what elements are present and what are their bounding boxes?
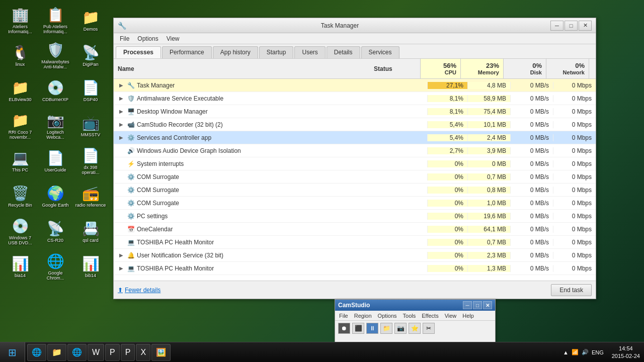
table-row[interactable]: ▶ ⚙️ COM Surrogate 0% 0,7 MB 0 MB/s 0 Mb… — [114, 170, 596, 184]
desktop-icon-qsl-card[interactable]: 📇 qsl card — [73, 214, 108, 249]
table-row[interactable]: ▶ 🔧 Task Manager 27,1% 4,8 MB 0 MB/s 0 M… — [114, 79, 596, 92]
cs-menu-help[interactable]: Help — [460, 312, 476, 319]
tab-startup[interactable]: Startup — [259, 46, 294, 58]
process-name: CamStudio Recorder (32 bit) (2) — [137, 121, 223, 128]
desktop-icon-google-earth[interactable]: 🌍 Google Earth — [38, 178, 73, 214]
process-icon: 🔧 — [127, 81, 135, 89]
taskbar-item-powerpoint[interactable]: P — [105, 344, 120, 361]
minimize-button[interactable]: ─ — [550, 21, 564, 31]
desktop-icon-bia14[interactable]: 📊 bia14 — [3, 249, 38, 284]
desktop-icon-mmsstv[interactable]: 📺 MMSSTV — [73, 108, 108, 143]
cs-menu-view[interactable]: View — [443, 312, 459, 319]
table-row[interactable]: ▶ 🖥️ Desktop Window Manager 8,1% 75,4 MB… — [114, 105, 596, 118]
fewer-details-button[interactable]: ⬆ Fewer details — [118, 287, 160, 294]
menu-view[interactable]: View — [163, 34, 184, 43]
taskbar-item-excel[interactable]: X — [136, 344, 150, 361]
cs-maximize-button[interactable]: □ — [473, 301, 482, 309]
desktop-icon-cs-r20[interactable]: 📡 CS-R20 — [38, 214, 73, 249]
desktop-icon-userguide[interactable]: 📄 UserGuide — [38, 143, 73, 178]
cs-menu-tools[interactable]: Tools — [401, 312, 418, 319]
table-row[interactable]: ▶ ⚙️ COM Surrogate 0% 0,8 MB 0 MB/s 0 Mb… — [114, 184, 596, 197]
desktop-icon-demos[interactable]: 📁 Demos — [73, 3, 108, 38]
desktop-icon-recycle-bin[interactable]: 🗑️ Recycle Bin — [3, 178, 38, 214]
tab-app-history[interactable]: App history — [213, 46, 258, 58]
cs-camera-button[interactable]: 📷 — [394, 323, 407, 334]
cs-minimize-button[interactable]: ─ — [463, 301, 472, 309]
start-button[interactable]: ⊞ — [0, 342, 25, 362]
table-row[interactable]: ▶ 🔔 User Notification Service (32 bit) 0… — [114, 249, 596, 262]
cs-effects-button[interactable]: ⭐ — [409, 323, 421, 334]
desktop-icon-cdburnerxp[interactable]: 💿 CDBurnerXP — [38, 73, 73, 108]
table-row[interactable]: ▶ 🛡️ Antimalware Service Executable 8,1%… — [114, 92, 596, 105]
desktop-icon-dsp40[interactable]: 📄 DSP40 — [73, 73, 108, 108]
desktop-icon-dx398[interactable]: 📄 dx 398 operati... — [73, 143, 108, 178]
desktop-icon-ateliers[interactable]: 🏢 Ateliers Informatiq... — [3, 3, 38, 38]
table-row[interactable]: ▶ ⚡ System interrupts 0% 0 MB 0 MB/s 0 M… — [114, 157, 596, 170]
col-cpu-header[interactable]: 56% CPU — [420, 59, 460, 78]
expand-icon[interactable]: ▶ — [118, 82, 125, 89]
table-row[interactable]: ▶ ⚙️ Services and Controller app 5,4% 2,… — [114, 131, 596, 144]
desktop-icon-pub-ateliers[interactable]: 📋 Pub Ateliers Informatiq... — [38, 3, 73, 38]
table-row[interactable]: ▶ 📹 CamStudio Recorder (32 bit) (2) 5,4%… — [114, 118, 596, 131]
desktop-icon-this-pc[interactable]: 💻 This PC — [3, 143, 38, 178]
cs-menu-effects[interactable]: Effects — [420, 312, 440, 319]
taskbar-item-publisher[interactable]: P — [121, 344, 135, 361]
expand-icon[interactable]: ▶ — [118, 265, 125, 272]
taskbar-item-photo[interactable]: 🖼️ — [151, 344, 171, 361]
process-icon: ⚙️ — [127, 199, 135, 207]
system-clock[interactable]: 14:54 2015-02-24 — [608, 345, 644, 359]
maximize-button[interactable]: □ — [565, 21, 578, 31]
expand-icon[interactable]: ▶ — [118, 95, 125, 102]
expand-icon[interactable]: ▶ — [118, 121, 125, 128]
desktop-icon-bib14[interactable]: 📊 bib14 — [73, 249, 108, 284]
process-table-body[interactable]: ▶ 🔧 Task Manager 27,1% 4,8 MB 0 MB/s 0 M… — [114, 79, 596, 281]
menu-file[interactable]: File — [116, 34, 133, 43]
table-row[interactable]: ▶ 💻 TOSHIBA PC Health Monitor 0% 0,7 MB … — [114, 236, 596, 249]
desktop-icon-digipan[interactable]: 📡 DigiPan — [73, 38, 108, 73]
col-memory-header[interactable]: 23% Memory — [460, 59, 503, 78]
desktop-icon-logitech[interactable]: 📷 Logitech Webca... — [38, 108, 73, 143]
desktop-icon-elbview30[interactable]: 📁 ELBview30 — [3, 73, 38, 108]
tab-performance[interactable]: Performance — [162, 46, 212, 58]
col-network-header[interactable]: 0% Network — [546, 59, 589, 78]
cs-pause-button[interactable]: ⏸ — [366, 323, 378, 334]
expand-icon[interactable]: ▶ — [118, 134, 125, 141]
end-task-button[interactable]: End task — [551, 284, 592, 296]
col-status-header[interactable]: Status — [370, 59, 420, 78]
expand-icon[interactable]: ▶ — [118, 252, 125, 259]
table-row[interactable]: ▶ 🔊 Windows Audio Device Graph Isolation… — [114, 144, 596, 157]
cs-folder-button[interactable]: 📁 — [380, 323, 392, 334]
tab-processes[interactable]: Processes — [116, 46, 161, 58]
tab-users[interactable]: Users — [294, 46, 325, 58]
cs-cut-button[interactable]: ✂ — [423, 323, 435, 334]
cs-menu-file[interactable]: File — [337, 312, 350, 319]
taskbar-item-word[interactable]: W — [88, 344, 104, 361]
desktop-icon-malwarebytes[interactable]: 🛡️ Malwarebytes Anti-Malw... — [38, 38, 73, 73]
cs-record-button[interactable]: ⏺ — [338, 323, 350, 334]
taskbar-item-chrome[interactable]: 🌐 — [67, 344, 87, 361]
expand-icon[interactable]: ▶ — [118, 108, 125, 115]
desktop-icon-windows7-dvd[interactable]: 💿 Windows 7 USB DVD... — [3, 214, 38, 249]
desktop-icon-linux[interactable]: 🐧 linux — [3, 38, 38, 73]
table-row[interactable]: ▶ ⚙️ COM Surrogate 0% 1,0 MB 0 MB/s 0 Mb… — [114, 197, 596, 210]
table-row[interactable]: ▶ ⚙️ PC settings 0% 19,6 MB 0 MB/s 0 Mbp… — [114, 210, 596, 223]
cs-menu-options[interactable]: Options — [376, 312, 399, 319]
col-name-header[interactable]: Name — [114, 59, 370, 78]
taskbar-item-explorer[interactable]: 📁 — [47, 344, 66, 361]
col-disk-header[interactable]: 0% Disk — [503, 59, 546, 78]
table-row[interactable]: ▶ 💻 TOSHIBA PC Health Monitor 0% 1,3 MB … — [114, 262, 596, 275]
taskbar-item-ie[interactable]: 🌐 — [27, 344, 46, 361]
menu-options[interactable]: Options — [133, 34, 162, 43]
tray-up-icon[interactable]: ▲ — [563, 349, 569, 355]
close-button[interactable]: ✕ — [579, 21, 592, 31]
cs-stop-button[interactable]: ⬛ — [352, 323, 364, 334]
desktop-icon-radio-reference[interactable]: 📻 radio reference — [73, 178, 108, 214]
cs-close-button[interactable]: ✕ — [483, 301, 492, 309]
desktop-icon-rri-coco7[interactable]: 📁 RRI Coco 7 novembr... — [3, 108, 38, 143]
cs-menu-region[interactable]: Region — [352, 312, 374, 319]
table-row[interactable]: ▶ 📅 OneCalendar 0% 64,1 MB 0 MB/s 0 Mbps — [114, 223, 596, 236]
tab-details[interactable]: Details — [327, 46, 360, 58]
process-network: 0 Mbps — [553, 95, 596, 102]
desktop-icon-google-chrome[interactable]: 🌐 Google Chrom... — [38, 249, 73, 284]
tab-services[interactable]: Services — [361, 46, 399, 58]
